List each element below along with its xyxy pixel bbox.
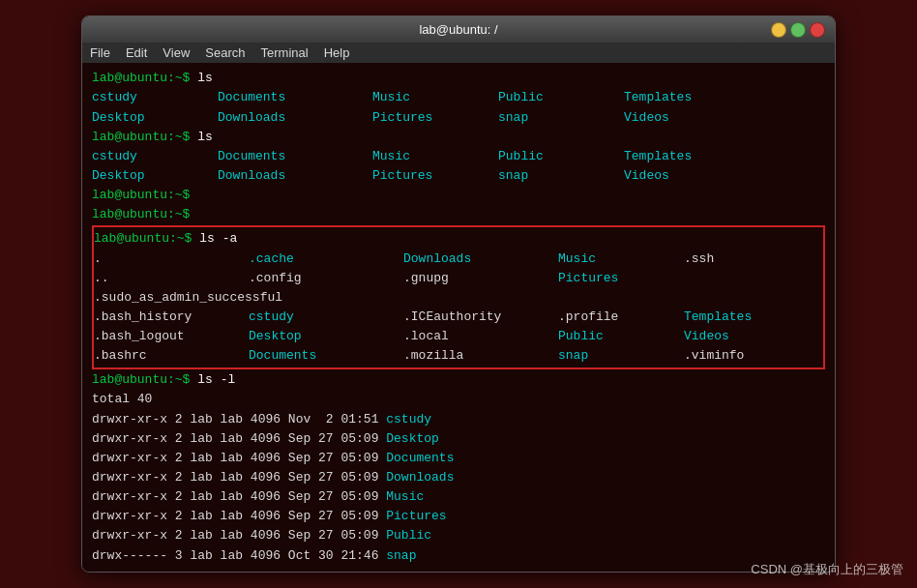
maximize-button[interactable] — [790, 22, 806, 38]
line-lsl-public: drwxr-xr-x 2 lab lab 4096 Sep 27 05:09 P… — [92, 526, 825, 545]
line-lsl-snap: drwx------ 3 lab lab 4096 Oct 30 21:46 s… — [92, 546, 825, 566]
menu-file[interactable]: File — [90, 45, 110, 60]
window-title: lab@ubuntu: / — [419, 22, 497, 37]
line-ls1-row1: cstudyDocumentsMusicPublicTemplates — [92, 88, 825, 107]
line-empty1: lab@ubuntu:~$ — [92, 186, 825, 205]
line-lsl-desktop: drwxr-xr-x 2 lab lab 4096 Sep 27 05:09 D… — [92, 429, 825, 449]
line-lsl-downloads: drwxr-xr-x 2 lab lab 4096 Sep 27 05:09 D… — [92, 468, 825, 487]
line-lsa-row3: .bash_historycstudy.ICEauthority.profile… — [94, 308, 823, 327]
title-bar: lab@ubuntu: / — [82, 16, 835, 43]
line-lsl-documents: drwxr-xr-x 2 lab lab 4096 Sep 27 05:09 D… — [92, 449, 825, 468]
line-lsl-music: drwxr-xr-x 2 lab lab 4096 Sep 27 05:09 M… — [92, 487, 825, 507]
watermark: CSDN @基极向上的三极管 — [751, 561, 903, 578]
close-button[interactable] — [810, 22, 825, 38]
menu-search[interactable]: Search — [205, 45, 245, 60]
menu-view[interactable]: View — [163, 45, 190, 60]
line-lsa-row1: ..cacheDownloadsMusic.ssh — [94, 250, 823, 269]
menu-help[interactable]: Help — [324, 45, 350, 60]
menu-bar: File Edit View Search Terminal Help — [82, 43, 835, 63]
line-ls2-row1: cstudyDocumentsMusicPublicTemplates — [92, 147, 825, 166]
line-prompt-lsa: lab@ubuntu:~$ ls -a — [94, 229, 823, 249]
terminal-body: lab@ubuntu:~$ ls cstudyDocumentsMusicPub… — [82, 63, 835, 572]
line-lsa-row5: .bashrcDocuments.mozillasnap.viminfo — [94, 346, 823, 366]
line-prompt-ls1: lab@ubuntu:~$ ls — [92, 69, 825, 88]
line-ls1-row2: DesktopDownloadsPicturessnapVideos — [92, 108, 825, 128]
highlighted-block: lab@ubuntu:~$ ls -a ..cacheDownloadsMusi… — [92, 225, 825, 369]
line-prompt-ls2: lab@ubuntu:~$ ls — [92, 128, 825, 147]
menu-edit[interactable]: Edit — [126, 45, 147, 60]
line-total: total 40 — [92, 390, 825, 409]
terminal-window: lab@ubuntu: / File Edit View Search Term… — [81, 15, 836, 573]
line-lsa-row2: ...config.gnupgPictures.sudo_as_admin_su… — [94, 269, 823, 308]
menu-terminal[interactable]: Terminal — [261, 45, 309, 60]
line-lsl-cstudy: drwxr-xr-x 2 lab lab 4096 Nov 2 01:51 cs… — [92, 410, 825, 429]
line-empty2: lab@ubuntu:~$ — [92, 205, 825, 224]
window-controls — [771, 22, 825, 38]
line-lsa-row4: .bash_logoutDesktop.localPublicVideos — [94, 327, 823, 346]
line-lsl-pictures: drwxr-xr-x 2 lab lab 4096 Sep 27 05:09 P… — [92, 507, 825, 526]
minimize-button[interactable] — [771, 22, 786, 38]
line-prompt-lsl: lab@ubuntu:~$ ls -l — [92, 370, 825, 390]
line-ls2-row2: DesktopDownloadsPicturessnapVideos — [92, 166, 825, 186]
